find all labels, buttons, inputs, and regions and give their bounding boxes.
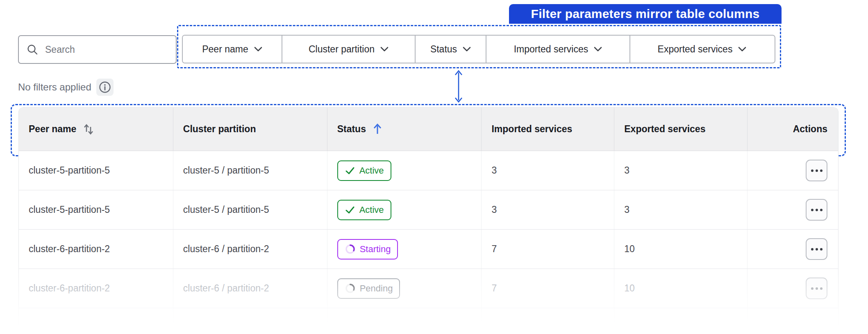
row-actions-button[interactable]: [806, 160, 827, 181]
table-row: cluster-6-partition-2 cluster-6 / partit…: [19, 269, 838, 308]
imported-services-cell: 7: [482, 230, 614, 269]
cluster-partition-cell: cluster-5 / partition-5: [173, 151, 327, 190]
exported-services-cell: 10: [614, 269, 748, 308]
imported-services-cell: 3: [482, 190, 614, 229]
column-label: Actions: [793, 124, 827, 135]
status-badge: Pending: [337, 278, 400, 299]
peer-name-cell: cluster-5-partition-5: [19, 190, 173, 229]
search-input[interactable]: [44, 44, 168, 56]
column-label: Peer name: [29, 124, 76, 135]
filter-label: Status: [430, 44, 457, 55]
chevron-down-icon: [463, 47, 471, 52]
check-icon: [345, 205, 355, 215]
column-header-peer-name[interactable]: Peer name: [19, 108, 173, 151]
actions-cell: [748, 151, 838, 190]
filters-status-note: No filters applied: [18, 79, 114, 96]
ellipsis-icon: [811, 287, 813, 290]
info-icon: [98, 81, 111, 94]
annotation-banner: Filter parameters mirror table columns: [509, 4, 782, 24]
column-label: Exported services: [624, 124, 705, 135]
exported-services-cell: 10: [614, 230, 748, 269]
spinner-icon: [345, 244, 356, 255]
column-header-cluster-partition: Cluster partition: [173, 108, 327, 151]
search-icon: [26, 43, 39, 56]
column-header-status[interactable]: Status: [327, 108, 482, 151]
status-label: Pending: [360, 283, 393, 294]
ellipsis-icon: [811, 169, 813, 172]
table-row: cluster-6-partition-2 cluster-6 / partit…: [19, 230, 838, 269]
info-button[interactable]: [96, 79, 114, 96]
ellipsis-icon: [811, 248, 813, 250]
row-actions-button[interactable]: [806, 278, 827, 299]
column-label: Cluster partition: [183, 124, 256, 135]
status-cell: Active: [327, 190, 482, 229]
filter-imported-services[interactable]: Imported services: [486, 36, 630, 63]
imported-services-cell: 3: [482, 151, 614, 190]
search-box: [18, 35, 177, 64]
cluster-partition-cell: cluster-6 / partition-2: [173, 269, 327, 308]
sort-icon: [83, 123, 94, 136]
chevron-down-icon: [738, 47, 746, 52]
status-cell: Pending: [327, 269, 482, 308]
check-icon: [345, 165, 355, 176]
sort-asc-icon: [373, 123, 382, 135]
status-badge: Active: [337, 200, 391, 220]
table-row: cluster-5-partition-5 cluster-5 / partit…: [19, 190, 838, 230]
chevron-down-icon: [254, 47, 262, 52]
status-badge: Active: [337, 160, 391, 181]
filter-exported-services[interactable]: Exported services: [630, 36, 774, 63]
actions-cell: [748, 190, 838, 229]
status-label: Active: [359, 205, 384, 215]
cluster-peering-screen: Filter parameters mirror table columns P…: [0, 0, 868, 334]
filter-bar: Peer name Cluster partition Status Impor…: [182, 35, 775, 63]
peer-name-cell: cluster-5-partition-5: [19, 151, 173, 190]
peer-name-cell: cluster-6-partition-2: [19, 269, 173, 308]
table-row: cluster-5-partition-5 cluster-5 / partit…: [19, 151, 838, 190]
status-label: Active: [359, 165, 384, 176]
column-header-exported-services: Exported services: [614, 108, 748, 151]
column-label: Status: [337, 124, 366, 135]
cluster-partition-cell: cluster-6 / partition-2: [173, 230, 327, 269]
filter-label: Cluster partition: [309, 44, 375, 55]
column-header-actions: Actions: [748, 108, 838, 151]
peers-table: Peer name Cluster partition Status: [18, 107, 838, 334]
filter-label: Exported services: [658, 44, 733, 55]
column-label: Imported services: [491, 124, 572, 135]
imported-services-cell: 7: [482, 269, 614, 308]
spinner-icon: [345, 283, 356, 294]
status-cell: Active: [327, 151, 482, 190]
exported-services-cell: 3: [614, 190, 748, 229]
filter-cluster-partition[interactable]: Cluster partition: [282, 36, 416, 63]
filter-peer-name[interactable]: Peer name: [183, 36, 282, 63]
actions-cell: [748, 230, 838, 269]
row-actions-button[interactable]: [806, 238, 827, 260]
column-header-imported-services: Imported services: [482, 108, 614, 151]
table-row-partial: [19, 308, 838, 334]
status-cell: Starting: [327, 230, 482, 269]
status-badge: Starting: [337, 239, 398, 260]
table-header-row: Peer name Cluster partition Status: [19, 108, 838, 151]
filter-label: Imported services: [514, 44, 589, 55]
double-arrow-icon: [453, 70, 464, 103]
chevron-down-icon: [594, 47, 602, 52]
chevron-down-icon: [380, 47, 389, 52]
actions-cell: [748, 269, 838, 308]
filter-label: Peer name: [202, 44, 248, 55]
ellipsis-icon: [811, 209, 813, 211]
filter-status[interactable]: Status: [416, 36, 486, 63]
exported-services-cell: 3: [614, 151, 748, 190]
peer-name-cell: cluster-6-partition-2: [19, 230, 173, 269]
status-label: Starting: [360, 244, 391, 255]
cluster-partition-cell: cluster-5 / partition-5: [173, 190, 327, 229]
row-actions-button[interactable]: [806, 199, 827, 221]
filters-status-text: No filters applied: [18, 81, 91, 93]
